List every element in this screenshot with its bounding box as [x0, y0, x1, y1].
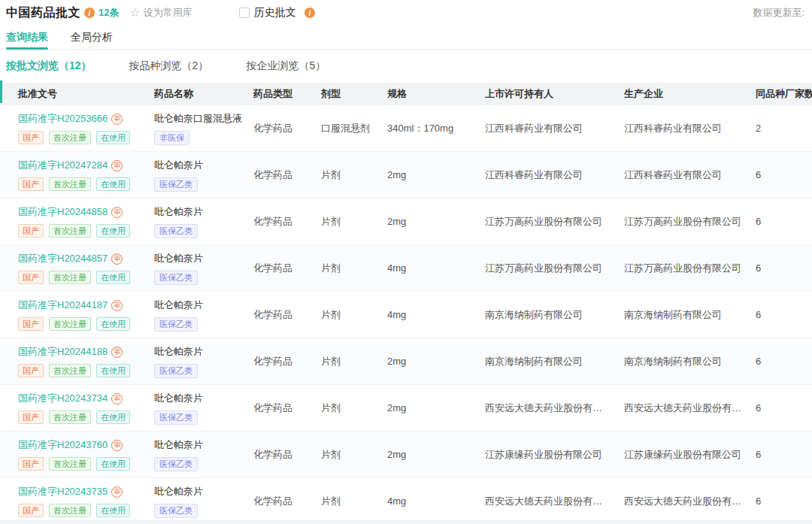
- spec-cell: 2mg: [387, 356, 485, 367]
- dosage-form-cell: 片剂: [321, 401, 387, 415]
- subtab-by-variety[interactable]: 按品种浏览（2）: [129, 59, 209, 73]
- drug-name: 吡仑帕奈片: [154, 159, 253, 172]
- set-common-library-button[interactable]: ☆ 设为常用库: [129, 6, 192, 20]
- holder-cell: 江苏万高药业股份有限公司: [485, 215, 624, 229]
- table-row[interactable]: 国药准字H20244187 审 国产 首次注册 在使用 吡仑帕奈片 医保乙类 化…: [0, 292, 812, 338]
- manufacturer-cell: 江西科睿药业有限公司: [624, 168, 756, 182]
- set-common-library-label: 设为常用库: [144, 6, 192, 20]
- manufacturer-cell: 江苏万高药业股份有限公司: [624, 215, 756, 229]
- manufacturer-cell: 南京海纳制药有限公司: [624, 308, 756, 322]
- drug-name: 吡仑帕奈片: [154, 392, 253, 405]
- table-row[interactable]: 国药准字H20244188 审 国产 首次注册 在使用 吡仑帕奈片 医保乙类 化…: [0, 338, 812, 385]
- review-circle-icon[interactable]: 审: [111, 114, 123, 125]
- drug-type-cell: 化学药品: [253, 495, 321, 508]
- badge-first-registration: 首次注册: [49, 131, 91, 144]
- data-updated-label: 数据更新至:: [753, 6, 806, 20]
- page-title: 中国药品批文: [6, 5, 80, 21]
- subtab-by-approval[interactable]: 按批文浏览（12）: [6, 59, 92, 73]
- drug-type-cell: 化学药品: [253, 401, 321, 415]
- review-circle-icon[interactable]: 审: [111, 347, 123, 358]
- review-circle-icon[interactable]: 审: [111, 207, 123, 218]
- dosage-form-cell: 片剂: [321, 448, 387, 462]
- holder-cell: 南京海纳制药有限公司: [485, 308, 624, 322]
- manufacturer-cell: 西安远大德天药业股份有…: [624, 401, 756, 415]
- badge-domestic: 国产: [18, 457, 44, 471]
- status-badges: 国产 首次注册 在使用: [18, 457, 154, 471]
- col-approval-number: 批准文号: [0, 87, 154, 101]
- table-row[interactable]: 国药准字H20243735 审 国产 首次注册 在使用 吡仑帕奈片 医保乙类 化…: [0, 478, 812, 524]
- holder-cell: 江西科睿药业有限公司: [485, 168, 624, 182]
- review-circle-icon[interactable]: 审: [111, 486, 123, 498]
- dosage-form-cell: 片剂: [321, 215, 387, 229]
- info-icon[interactable]: i: [84, 8, 95, 18]
- spec-cell: 2mg: [387, 216, 485, 227]
- badge-in-use: 在使用: [96, 177, 130, 191]
- holder-cell: 江苏万高药业股份有限公司: [485, 262, 624, 275]
- table-row[interactable]: 国药准字H20244858 审 国产 首次注册 在使用 吡仑帕奈片 医保乙类 化…: [0, 198, 812, 245]
- dosage-form-cell: 片剂: [321, 495, 387, 508]
- status-badges: 国产 首次注册 在使用: [18, 317, 154, 331]
- approval-number-link[interactable]: 国药准字H20253666: [18, 112, 108, 126]
- manufacturer-cell: 南京海纳制药有限公司: [624, 355, 756, 368]
- badge-in-use: 在使用: [96, 224, 130, 238]
- approval-number-link[interactable]: 国药准字H20243735: [18, 485, 108, 498]
- drug-type-cell: 化学药品: [253, 122, 321, 135]
- col-dosage-form: 剂型: [321, 87, 387, 101]
- history-checkbox[interactable]: [239, 8, 250, 18]
- approval-number-link[interactable]: 国药准字H20243760: [18, 438, 108, 452]
- table-row[interactable]: 国药准字H20247284 审 国产 首次注册 在使用 吡仑帕奈片 医保乙类 化…: [0, 152, 812, 198]
- status-badges: 国产 首次注册 在使用: [18, 271, 154, 284]
- drug-type-cell: 化学药品: [253, 448, 321, 462]
- approval-number-link[interactable]: 国药准字H20243734: [18, 392, 108, 405]
- badge-in-use: 在使用: [96, 457, 130, 471]
- review-circle-icon[interactable]: 审: [111, 393, 123, 404]
- badge-first-registration: 首次注册: [49, 317, 91, 331]
- status-badges: 国产 首次注册 在使用: [18, 177, 154, 191]
- tab-query-results[interactable]: 查询结果: [6, 26, 48, 49]
- history-info-icon[interactable]: i: [304, 8, 315, 18]
- approval-number-link[interactable]: 国药准字H20244187: [18, 298, 108, 312]
- drug-name: 吡仑帕奈片: [154, 485, 253, 498]
- badge-domestic: 国产: [18, 271, 44, 284]
- review-circle-icon[interactable]: 审: [111, 160, 123, 171]
- drug-type-cell: 化学药品: [253, 355, 321, 368]
- dosage-form-cell: 片剂: [321, 168, 387, 182]
- spec-cell: 2mg: [387, 402, 485, 413]
- tab-global-analysis[interactable]: 全局分析: [71, 26, 113, 49]
- badge-first-registration: 首次注册: [49, 177, 91, 191]
- drug-type-cell: 化学药品: [253, 308, 321, 322]
- holder-cell: 江西科睿药业有限公司: [485, 122, 624, 135]
- approval-number-link[interactable]: 国药准字H20247284: [18, 159, 108, 172]
- dosage-form-cell: 片剂: [321, 355, 387, 368]
- same-variety-count-cell: 6: [756, 495, 812, 507]
- badge-in-use: 在使用: [96, 410, 130, 424]
- review-circle-icon[interactable]: 审: [111, 440, 123, 451]
- table-row[interactable]: 国药准字H20253666 审 国产 首次注册 在使用 吡仑帕奈口服混悬液 非医…: [0, 105, 812, 152]
- subtab-by-enterprise[interactable]: 按企业浏览（5）: [246, 59, 326, 73]
- review-circle-icon[interactable]: 审: [111, 253, 123, 265]
- insurance-tag: 医保乙类: [154, 317, 198, 332]
- status-badges: 国产 首次注册 在使用: [18, 410, 154, 424]
- approval-number-link[interactable]: 国药准字H20244188: [18, 345, 108, 359]
- badge-first-registration: 首次注册: [49, 224, 91, 238]
- approval-number-link[interactable]: 国药准字H20244858: [18, 205, 108, 219]
- same-variety-count-cell: 6: [756, 309, 812, 320]
- approval-number-link[interactable]: 国药准字H20244857: [18, 252, 108, 265]
- insurance-tag: 医保乙类: [154, 177, 198, 192]
- col-holder: 上市许可持有人: [485, 87, 624, 101]
- drug-name: 吡仑帕奈片: [154, 252, 253, 265]
- holder-cell: 西安远大德天药业股份有…: [485, 401, 624, 415]
- table-row[interactable]: 国药准字H20243760 审 国产 首次注册 在使用 吡仑帕奈片 医保乙类 化…: [0, 432, 812, 478]
- table-row[interactable]: 国药准字H20243734 审 国产 首次注册 在使用 吡仑帕奈片 医保乙类 化…: [0, 385, 812, 432]
- dosage-form-cell: 片剂: [321, 308, 387, 322]
- review-circle-icon[interactable]: 审: [111, 300, 123, 311]
- table-row[interactable]: 国药准字H20244857 审 国产 首次注册 在使用 吡仑帕奈片 医保乙类 化…: [0, 245, 812, 292]
- holder-cell: 南京海纳制药有限公司: [485, 355, 624, 368]
- drug-name: 吡仑帕奈片: [154, 438, 253, 452]
- spec-cell: 4mg: [387, 309, 485, 320]
- holder-cell: 西安远大德天药业股份有…: [485, 495, 624, 508]
- insurance-tag: 医保乙类: [154, 224, 198, 238]
- same-variety-count-cell: 6: [756, 262, 812, 274]
- table-header: 批准文号 药品名称 药品类型 剂型 规格 上市许可持有人 生产企业 同品种厂家数: [0, 83, 812, 105]
- badge-domestic: 国产: [18, 177, 44, 191]
